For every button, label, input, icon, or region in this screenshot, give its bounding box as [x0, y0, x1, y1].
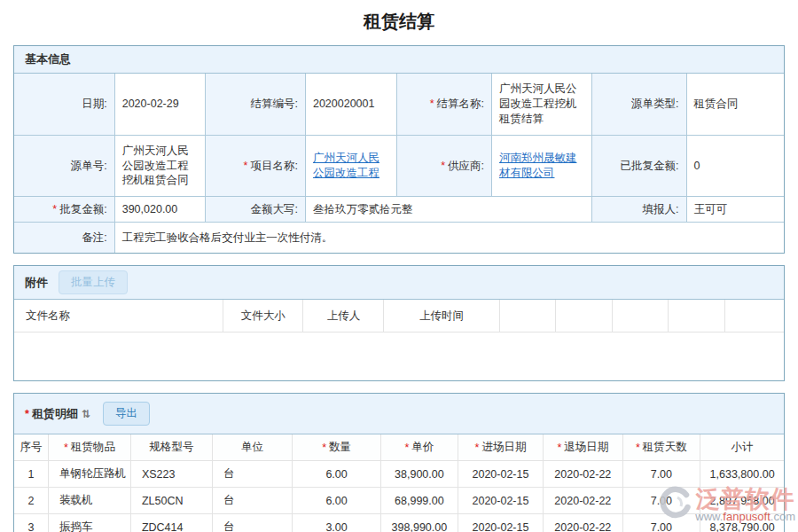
export-button[interactable]: 导出 — [103, 402, 150, 426]
approval-amount-value: 390,020.00 — [115, 197, 206, 223]
required-marker: * — [441, 159, 445, 174]
required-marker: * — [430, 97, 434, 112]
source-type-value: 租赁合同 — [687, 74, 784, 136]
sort-icon[interactable]: ⇅ — [82, 408, 90, 420]
col-file-name: 文件名称 — [14, 300, 223, 332]
row3-lease-days[interactable]: 7.00 — [623, 514, 701, 532]
remark-value: 工程完工验收合格后交付业主一次性付清。 — [115, 223, 784, 253]
row1-lease-days[interactable]: 7.00 — [623, 461, 701, 488]
col-upload-time: 上传时间 — [384, 300, 499, 332]
supplier-label: *供应商: — [397, 136, 492, 197]
date-value: 2020-02-29 — [115, 74, 206, 136]
amount-in-words-label: 金额大写: — [206, 197, 306, 223]
col-seq: 序号 — [14, 434, 49, 461]
required-marker: * — [636, 442, 640, 454]
col-unit-price: *单价 — [381, 434, 458, 461]
basic-info-panel: 基本信息 日期: 2020-02-29 结算编号: 2020020001 *结算… — [13, 45, 785, 254]
attachments-empty-area — [14, 332, 784, 380]
source-no-label: 源单号: — [14, 136, 115, 197]
required-marker: * — [322, 442, 326, 454]
row2-unit[interactable]: 台 — [213, 488, 293, 514]
row2-lease-days[interactable]: 7.00 — [623, 488, 701, 514]
source-no-value: 广州天河人民公园改造工程挖机租赁合同 — [115, 136, 206, 197]
approval-amount-label: *批复金额: — [14, 197, 115, 223]
col-empty-3 — [613, 300, 669, 332]
col-model: 规格型号 — [131, 434, 213, 461]
lease-detail-table: 序号 *租赁物品 规格型号 单位 *数量 *单价 *进场日期 *退场日期 *租赁… — [14, 434, 784, 532]
col-lease-days: *租赁天数 — [623, 434, 701, 461]
required-marker: * — [25, 408, 29, 420]
col-item: *租赁物品 — [49, 434, 131, 461]
attachments-title: 附件 — [25, 275, 48, 291]
row1-unit[interactable]: 台 — [213, 461, 293, 488]
project-name-cell: 广州天河人民公园改造工程 — [306, 136, 397, 197]
settlement-name-label: *结算名称: — [397, 74, 492, 136]
attachments-section-header: 附件 批量上传 — [14, 266, 784, 300]
row2-unit-price[interactable]: 68,999.00 — [381, 488, 458, 514]
page-title: 租赁结算 — [0, 0, 798, 45]
project-name-label: *项目名称: — [206, 136, 306, 197]
row2-exit-date[interactable]: 2020-02-22 — [544, 488, 622, 514]
col-empty-5 — [725, 300, 784, 332]
lease-settlement-page: 租赁结算 基本信息 日期: 2020-02-29 结算编号: 202002000… — [0, 0, 798, 532]
row2-item[interactable]: 装载机 — [49, 488, 131, 514]
lease-detail-panel: * 租赁明细 ⇅ 导出 序号 *租赁物品 规格型号 单位 *数量 *单价 *进场… — [13, 393, 785, 532]
row2-subtotal[interactable]: 2,897,958.00 — [700, 488, 784, 514]
row3-subtotal[interactable]: 8,378,790.00 — [700, 514, 784, 532]
attachments-panel: 附件 批量上传 文件名称 文件大小 上传人 上传时间 — [13, 265, 785, 381]
basic-info-grid: 日期: 2020-02-29 结算编号: 2020020001 *结算名称: 广… — [14, 74, 784, 253]
amount-in-words-value: 叁拾玖万零贰拾元整 — [306, 197, 592, 223]
settlement-name-value: 广州天河人民公园改造工程挖机租赁结算 — [492, 74, 592, 136]
required-marker: * — [64, 442, 68, 454]
row3-item[interactable]: 振捣车 — [49, 514, 131, 532]
reporter-label: 填报人: — [592, 197, 687, 223]
row3-exit-date[interactable]: 2020-02-22 — [544, 514, 622, 532]
row1-unit-price[interactable]: 38,900.00 — [381, 461, 458, 488]
row3-unit-price[interactable]: 398,990.00 — [381, 514, 458, 532]
row1-entry-date[interactable]: 2020-02-15 — [458, 461, 544, 488]
row2-entry-date[interactable]: 2020-02-15 — [458, 488, 544, 514]
col-empty-1 — [500, 300, 557, 332]
required-marker: * — [244, 159, 248, 174]
approved-amount-value: 0 — [687, 136, 784, 197]
reporter-value: 王可可 — [687, 197, 784, 223]
lease-detail-section-header: * 租赁明细 ⇅ 导出 — [14, 394, 784, 434]
required-marker: * — [557, 442, 561, 454]
settlement-no-value: 2020020001 — [306, 74, 397, 136]
col-empty-4 — [669, 300, 724, 332]
settlement-no-label: 结算编号: — [206, 74, 306, 136]
approved-amount-label: 已批复金额: — [592, 136, 687, 197]
supplier-cell: 河南郑州晟敏建材有限公司 — [492, 136, 592, 197]
remark-label: 备注: — [14, 223, 115, 253]
row3-entry-date[interactable]: 2020-02-15 — [458, 514, 544, 532]
row1-model[interactable]: XS223 — [131, 461, 213, 488]
row3-model[interactable]: ZDC414 — [131, 514, 213, 532]
row1-item[interactable]: 单钢轮压路机 — [49, 461, 131, 488]
project-link[interactable]: 广州天河人民公园改造工程 — [313, 151, 389, 181]
date-label: 日期: — [14, 74, 115, 136]
row2-quantity[interactable]: 6.00 — [293, 488, 381, 514]
row2-seq[interactable]: 2 — [14, 488, 49, 514]
attachments-table-header: 文件名称 文件大小 上传人 上传时间 — [14, 300, 784, 332]
col-file-size: 文件大小 — [223, 300, 303, 332]
col-entry-date: *进场日期 — [458, 434, 544, 461]
row1-exit-date[interactable]: 2020-02-22 — [544, 461, 622, 488]
col-exit-date: *退场日期 — [544, 434, 622, 461]
source-type-label: 源单类型: — [592, 74, 687, 136]
col-uploader: 上传人 — [303, 300, 384, 332]
row3-quantity[interactable]: 3.00 — [293, 514, 381, 532]
col-empty-2 — [556, 300, 612, 332]
supplier-link[interactable]: 河南郑州晟敏建材有限公司 — [499, 151, 584, 181]
lease-detail-title: 租赁明细 — [32, 406, 78, 422]
basic-info-section-header: 基本信息 — [14, 46, 784, 74]
batch-upload-button[interactable]: 批量上传 — [59, 270, 128, 294]
required-marker: * — [475, 442, 480, 454]
row3-unit[interactable]: 台 — [213, 514, 293, 532]
required-marker: * — [52, 202, 57, 217]
row1-seq[interactable]: 1 — [14, 461, 49, 488]
col-subtotal: 小计 — [700, 434, 784, 461]
row3-seq[interactable]: 3 — [14, 514, 49, 532]
row1-subtotal[interactable]: 1,633,800.00 — [700, 461, 784, 488]
row2-model[interactable]: ZL50CN — [131, 488, 213, 514]
row1-quantity[interactable]: 6.00 — [293, 461, 381, 488]
